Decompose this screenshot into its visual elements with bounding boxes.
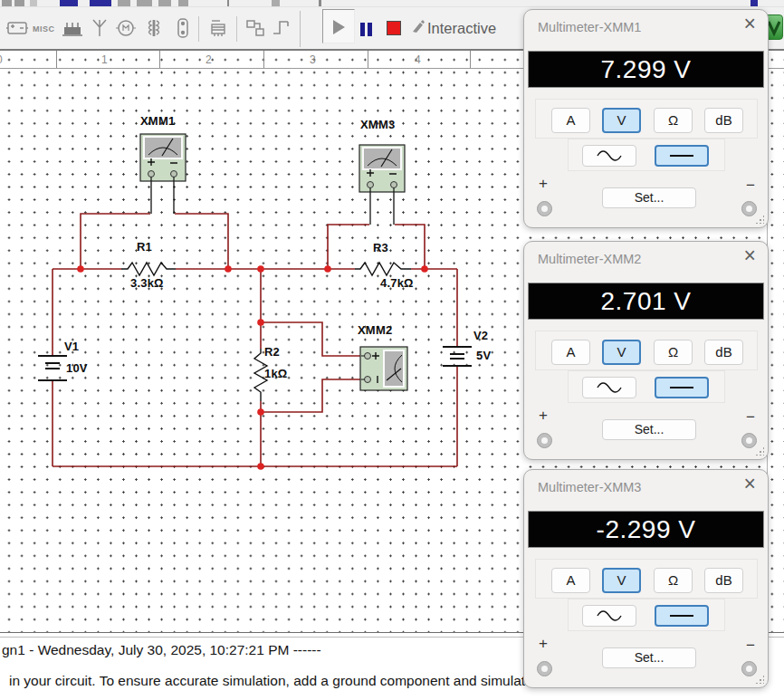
toolbar-remnant (137, 0, 152, 6)
positive-terminal-icon (537, 661, 552, 676)
close-icon[interactable]: × (744, 14, 756, 34)
reading-value: 7.299 V (600, 55, 691, 83)
transformer-icon[interactable] (143, 17, 165, 39)
component-label-v2[interactable]: V2 (473, 329, 488, 342)
connector-icon[interactable] (62, 17, 83, 39)
component-label-r3[interactable]: R3 (373, 241, 388, 254)
multimeter-window-xmm3[interactable]: Multimeter-XMM3 × -2.299 V A V Ω dB + − … (523, 469, 769, 688)
run-simulation-button[interactable] (322, 9, 355, 43)
toolbar-remnant (0, 0, 784, 7)
window-title: Multimeter-XMM3 (538, 480, 641, 494)
toolbar-remnant (118, 0, 130, 6)
component-value-r3[interactable]: 4.7kΩ (380, 276, 414, 290)
ac-mode-button[interactable] (582, 145, 636, 167)
component-label-v1[interactable]: V1 (64, 340, 79, 353)
toolbar-remnant (30, 0, 37, 6)
component-value-v2[interactable]: 5V (476, 349, 491, 362)
close-icon[interactable]: × (744, 474, 756, 494)
negative-terminal-icon (741, 201, 757, 216)
reading-value: 2.701 V (600, 287, 691, 315)
ohm-button[interactable]: Ω (654, 108, 693, 133)
positive-terminal-label: + (539, 635, 548, 653)
toolbar-remnant (90, 0, 111, 6)
set-button[interactable]: Set... (602, 187, 696, 208)
reading-display: -2.299 V (528, 511, 764, 548)
multimeter-window-xmm1[interactable]: Multimeter-XMM1 × 7.299 V A V Ω dB + − S… (523, 9, 769, 228)
component-label-xmm3[interactable]: XMM3 (360, 118, 395, 131)
toolbar-remnant (2, 0, 12, 6)
reading-value: -2.299 V (597, 515, 696, 543)
adj-component-icon[interactable] (207, 17, 229, 39)
volt-button[interactable]: V (602, 108, 641, 133)
dc-line-icon (670, 615, 693, 617)
interactive-mode-label[interactable]: Interactive (427, 20, 496, 37)
toolbar-remnant (178, 0, 188, 6)
simulation-timestamp: gn1 - Wednesday, July 30, 2025, 10:27:21… (2, 642, 321, 658)
placed-part-icon[interactable] (6, 17, 28, 39)
resize-grip[interactable] (755, 446, 764, 455)
close-icon[interactable]: × (744, 245, 756, 266)
decibel-button[interactable]: dB (704, 340, 743, 365)
pencil-icon (411, 19, 425, 34)
ac-mode-button[interactable] (582, 377, 636, 398)
reading-display: 7.299 V (528, 51, 764, 88)
toolbar-remnant (272, 0, 280, 6)
decibel-button[interactable]: dB (704, 568, 743, 593)
toolbar-remnant (227, 0, 229, 6)
component-value-v1[interactable]: 10V (66, 361, 88, 375)
component-label-r1[interactable]: R1 (137, 240, 152, 254)
ampere-button[interactable]: A (551, 568, 590, 593)
dc-mode-button[interactable] (655, 605, 709, 627)
dc-mode-button[interactable] (655, 377, 709, 398)
component-value-r1[interactable]: 3.3kΩ (130, 276, 164, 290)
dc-line-icon (670, 155, 693, 157)
toolbar-separator (236, 16, 237, 42)
negative-terminal-label: − (746, 177, 755, 195)
ladder-diagram-icon[interactable] (270, 17, 292, 39)
resize-grip[interactable] (755, 215, 764, 224)
multimeter-xmm2-symbol[interactable] (360, 347, 407, 390)
dc-mode-button[interactable] (655, 145, 709, 167)
negative-terminal-label: − (746, 637, 755, 655)
set-button[interactable]: Set... (602, 647, 696, 668)
multimeter-xmm3-symbol[interactable] (359, 145, 405, 225)
battery-v1[interactable] (38, 356, 67, 380)
ohm-button[interactable]: Ω (654, 568, 693, 593)
component-label-r2[interactable]: R2 (264, 345, 280, 359)
ohm-button[interactable]: Ω (654, 340, 693, 365)
resistor-r1[interactable] (121, 263, 176, 275)
ampere-button[interactable]: A (551, 108, 590, 133)
hierarchical-block-icon[interactable] (244, 17, 266, 39)
ampere-button[interactable]: A (551, 340, 590, 365)
volt-button[interactable]: V (602, 568, 641, 593)
negative-terminal-label: − (746, 408, 755, 427)
positive-terminal-label: + (539, 175, 548, 193)
multimeter-window-xmm2[interactable]: Multimeter-XMM2 × 2.701 V A V Ω dB + − S… (523, 241, 769, 460)
misc-components-button[interactable]: MISC (33, 24, 55, 34)
resistor-r3[interactable] (355, 263, 411, 275)
antenna-icon[interactable] (89, 17, 110, 39)
decibel-button[interactable]: dB (704, 108, 743, 133)
ac-mode-button[interactable] (582, 605, 636, 627)
component-value-r2[interactable]: 1kΩ (264, 367, 287, 380)
toolbar-remnant (14, 0, 24, 6)
volt-button[interactable]: V (602, 340, 641, 365)
component-label-xmm1[interactable]: XMM1 (140, 114, 175, 128)
ic-icon[interactable] (172, 17, 194, 39)
window-title: Multimeter-XMM2 (538, 252, 641, 266)
set-button[interactable]: Set... (602, 419, 696, 440)
component-label-xmm2[interactable]: XMM2 (358, 323, 392, 337)
pause-icon[interactable] (368, 23, 372, 36)
toolbar-remnant (158, 0, 171, 6)
battery-v2[interactable] (443, 347, 472, 366)
multimeter-xmm1-symbol[interactable] (140, 134, 186, 214)
window-title: Multimeter-XMM1 (538, 20, 641, 34)
toolbar-remnant (751, 0, 758, 6)
wires[interactable] (53, 214, 457, 466)
pause-simulation-button[interactable] (360, 23, 365, 36)
reading-display: 2.701 V (528, 283, 764, 320)
toolbar-separator (300, 11, 301, 47)
resize-grip[interactable] (755, 675, 764, 684)
stop-simulation-button[interactable] (387, 21, 401, 35)
motor-icon[interactable] (115, 17, 137, 39)
